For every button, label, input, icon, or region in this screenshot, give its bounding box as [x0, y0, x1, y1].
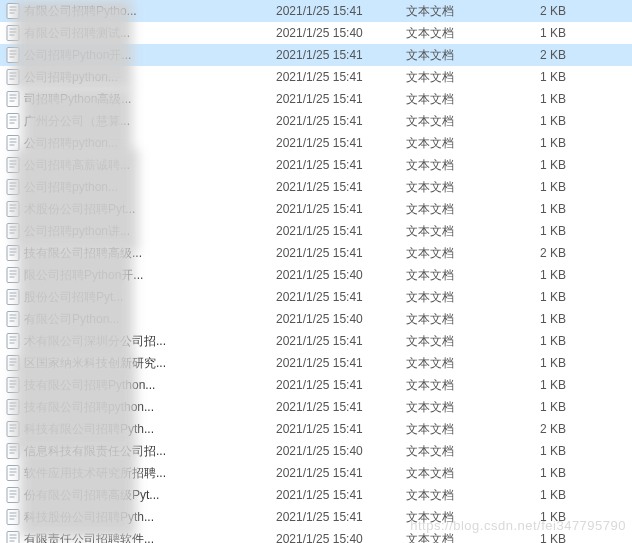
file-row[interactable]: 公司招聘python讲...2021/1/25 15:41文本文档1 KB: [0, 220, 632, 242]
text-file-icon: [4, 157, 22, 173]
file-date: 2021/1/25 15:41: [276, 356, 406, 370]
file-type: 文本文档: [406, 465, 516, 482]
file-name: 公司招聘高薪诚聘...: [22, 157, 276, 174]
text-file-icon: [4, 333, 22, 349]
file-size: 1 KB: [516, 290, 574, 304]
text-file-icon: [4, 443, 22, 459]
file-date: 2021/1/25 15:41: [276, 488, 406, 502]
svg-rect-60: [7, 334, 19, 349]
file-row[interactable]: 有限公司Python...2021/1/25 15:40文本文档1 KB: [0, 308, 632, 330]
file-type: 文本文档: [406, 157, 516, 174]
file-name: 公司招聘python...: [22, 135, 276, 152]
file-type: 文本文档: [406, 311, 516, 328]
text-file-icon: [4, 91, 22, 107]
file-type: 文本文档: [406, 355, 516, 372]
file-name: 科技股份公司招聘Pyth...: [22, 509, 276, 526]
file-row[interactable]: 区国家纳米科技创新研究...2021/1/25 15:41文本文档1 KB: [0, 352, 632, 374]
text-file-icon: [4, 245, 22, 261]
file-size: 1 KB: [516, 70, 574, 84]
file-row[interactable]: 信息科技有限责任公司招...2021/1/25 15:40文本文档1 KB: [0, 440, 632, 462]
file-name: 术股份公司招聘Pyt...: [22, 201, 276, 218]
svg-rect-24: [7, 136, 19, 151]
file-type: 文本文档: [406, 245, 516, 262]
file-type: 文本文档: [406, 113, 516, 130]
file-date: 2021/1/25 15:40: [276, 268, 406, 282]
text-file-icon: [4, 531, 22, 543]
file-name: 有限公司Python...: [22, 311, 276, 328]
text-file-icon: [4, 135, 22, 151]
file-row[interactable]: 软件应用技术研究所招聘...2021/1/25 15:41文本文档1 KB: [0, 462, 632, 484]
file-date: 2021/1/25 15:41: [276, 422, 406, 436]
text-file-icon: [4, 201, 22, 217]
file-row[interactable]: 术有限公司深圳分公司招...2021/1/25 15:41文本文档1 KB: [0, 330, 632, 352]
svg-rect-16: [7, 92, 19, 107]
text-file-icon: [4, 47, 22, 63]
file-name: 有限公司招聘Pytho...: [22, 3, 276, 20]
file-date: 2021/1/25 15:41: [276, 180, 406, 194]
file-type: 文本文档: [406, 333, 516, 350]
file-row[interactable]: 司招聘Python高级...2021/1/25 15:41文本文档1 KB: [0, 88, 632, 110]
svg-rect-72: [7, 400, 19, 415]
text-file-icon: [4, 69, 22, 85]
file-row[interactable]: 科技有限公司招聘Pyth...2021/1/25 15:41文本文档2 KB: [0, 418, 632, 440]
file-row[interactable]: 广州分公司（慧算...2021/1/25 15:41文本文档1 KB: [0, 110, 632, 132]
file-size: 1 KB: [516, 202, 574, 216]
file-row[interactable]: 术股份公司招聘Pyt...2021/1/25 15:41文本文档1 KB: [0, 198, 632, 220]
file-type: 文本文档: [406, 509, 516, 526]
svg-rect-76: [7, 422, 19, 437]
file-size: 1 KB: [516, 114, 574, 128]
file-row[interactable]: 公司招聘python...2021/1/25 15:41文本文档1 KB: [0, 176, 632, 198]
file-name: 公司招聘python讲...: [22, 223, 276, 240]
file-size: 1 KB: [516, 356, 574, 370]
file-date: 2021/1/25 15:40: [276, 444, 406, 458]
svg-rect-68: [7, 378, 19, 393]
file-type: 文本文档: [406, 91, 516, 108]
file-size: 1 KB: [516, 532, 574, 543]
svg-rect-28: [7, 158, 19, 173]
text-file-icon: [4, 509, 22, 525]
svg-rect-20: [7, 114, 19, 129]
file-date: 2021/1/25 15:41: [276, 334, 406, 348]
file-type: 文本文档: [406, 47, 516, 64]
file-size: 1 KB: [516, 466, 574, 480]
file-type: 文本文档: [406, 3, 516, 20]
file-type: 文本文档: [406, 421, 516, 438]
file-row[interactable]: 科技股份公司招聘Pyth...2021/1/25 15:41文本文档1 KB: [0, 506, 632, 528]
file-row[interactable]: 公司招聘高薪诚聘...2021/1/25 15:41文本文档1 KB: [0, 154, 632, 176]
file-date: 2021/1/25 15:41: [276, 224, 406, 238]
file-size: 1 KB: [516, 400, 574, 414]
file-size: 1 KB: [516, 224, 574, 238]
svg-rect-4: [7, 26, 19, 41]
file-name: 技有限公司招聘python...: [22, 399, 276, 416]
file-row[interactable]: 公司招聘python...2021/1/25 15:41文本文档1 KB: [0, 66, 632, 88]
file-name: 区国家纳米科技创新研究...: [22, 355, 276, 372]
file-row[interactable]: 公司招聘Python开...2021/1/25 15:41文本文档2 KB: [0, 44, 632, 66]
file-row[interactable]: 技有限公司招聘高级...2021/1/25 15:41文本文档2 KB: [0, 242, 632, 264]
file-size: 1 KB: [516, 510, 574, 524]
svg-rect-8: [7, 48, 19, 63]
text-file-icon: [4, 421, 22, 437]
file-name: 术有限公司深圳分公司招...: [22, 333, 276, 350]
file-row[interactable]: 有限公司招聘Pytho...2021/1/25 15:41文本文档2 KB: [0, 0, 632, 22]
file-row[interactable]: 有限公司招聘测试...2021/1/25 15:40文本文档1 KB: [0, 22, 632, 44]
file-row[interactable]: 技有限公司招聘Python...2021/1/25 15:41文本文档1 KB: [0, 374, 632, 396]
text-file-icon: [4, 465, 22, 481]
file-type: 文本文档: [406, 135, 516, 152]
text-file-icon: [4, 3, 22, 19]
svg-rect-88: [7, 488, 19, 503]
file-row[interactable]: 公司招聘python...2021/1/25 15:41文本文档1 KB: [0, 132, 632, 154]
text-file-icon: [4, 25, 22, 41]
file-row[interactable]: 有限责任公司招聘软件...2021/1/25 15:40文本文档1 KB: [0, 528, 632, 543]
svg-rect-56: [7, 312, 19, 327]
file-row[interactable]: 限公司招聘Python开...2021/1/25 15:40文本文档1 KB: [0, 264, 632, 286]
text-file-icon: [4, 311, 22, 327]
file-date: 2021/1/25 15:41: [276, 4, 406, 18]
file-size: 1 KB: [516, 158, 574, 172]
file-row[interactable]: 份有限公司招聘高级Pyt...2021/1/25 15:41文本文档1 KB: [0, 484, 632, 506]
svg-rect-12: [7, 70, 19, 85]
file-date: 2021/1/25 15:41: [276, 136, 406, 150]
file-row[interactable]: 技有限公司招聘python...2021/1/25 15:41文本文档1 KB: [0, 396, 632, 418]
file-row[interactable]: 股份公司招聘Pyt...2021/1/25 15:41文本文档1 KB: [0, 286, 632, 308]
file-name: 广州分公司（慧算...: [22, 113, 276, 130]
file-type: 文本文档: [406, 487, 516, 504]
